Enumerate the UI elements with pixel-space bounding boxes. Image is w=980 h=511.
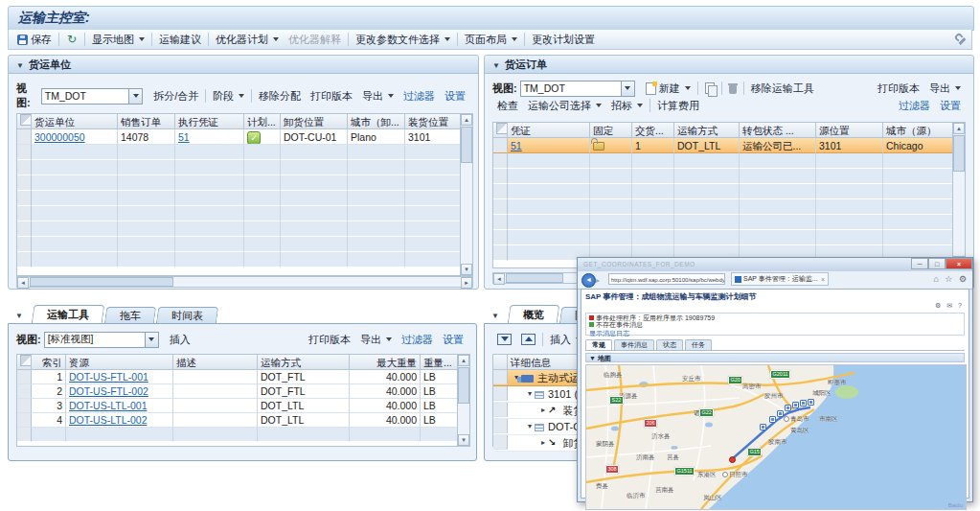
resources-link[interactable]: DOT-US-FTL-002 [69,385,148,397]
resources-row-selector[interactable] [17,399,32,413]
resources-vscrollbar[interactable]: ▴▾ [457,355,469,446]
message-log-link[interactable]: 显示消息日志 [589,329,629,338]
scroll-down-icon[interactable]: ▾ [458,434,469,446]
freight-orders-r2-button-0[interactable]: 检查 [492,97,523,114]
main-toolbar-button-11[interactable]: 更改参数文件选择 [351,31,455,48]
scroll-right-icon[interactable]: ▸ [461,277,472,289]
scroll-up-icon[interactable]: ▴ [458,355,469,366]
freight-units-row-selector[interactable] [17,160,32,175]
personalize-wrench-icon[interactable] [955,34,968,46]
address-bar[interactable]: http://iqtm.wdf.sap.corp:50100/sap/bc/we… [608,273,725,285]
browser-tab[interactable]: SAP 事件管理：运输监... × [731,272,829,286]
freight-units-link[interactable]: 300000050 [34,131,85,143]
main-toolbar-button-8[interactable]: 优化器计划 [211,31,284,48]
resources-table-row[interactable]: 3DOT-US-LTL-001DOT_LTL40.000LB [17,399,469,413]
resources-tab-时间表[interactable]: 时间表 [156,307,219,324]
selectall-corner-icon[interactable] [20,355,32,366]
freight-orders-table-row[interactable]: 511DOT_LTL运输公司已...3101Chicago [493,138,965,153]
freight-units-vscrollbar[interactable]: ▴▾ [460,114,472,275]
main-toolbar-button-6[interactable]: 运输建议 [154,31,206,48]
freight-units-row-selector[interactable] [17,145,32,160]
freight-orders-row-selector[interactable] [493,245,508,261]
selectall-corner-icon[interactable] [20,114,32,126]
resources-right-button-1[interactable]: 导出 [355,331,397,348]
select-dropdown-icon[interactable] [621,81,634,96]
freight-units-right-button-1[interactable]: 导出 [357,87,399,105]
freight-orders-right-button-0[interactable]: 打印版本 [873,80,924,97]
freight-orders-header[interactable]: ▼货运订单 [485,56,973,74]
scroll-down-icon[interactable]: ▾ [461,264,472,275]
overview-icon-button-0[interactable] [492,331,516,348]
resources-view-select[interactable]: [标准视图] [44,332,159,348]
freight-units-row-selector[interactable] [17,206,32,221]
tree-toggle-icon[interactable]: ▾ [525,386,535,402]
resources-right-button-3[interactable]: 设置 [438,331,468,348]
main-toolbar-button-13[interactable]: 页面布局 [460,31,522,48]
select-dropdown-icon[interactable] [145,333,158,347]
freight-units-header[interactable]: ▼货运单位 [9,56,478,74]
panel-collapse-icon[interactable]: ▼ [491,312,499,320]
freight-units-button-2[interactable]: 阶段 [208,87,249,105]
resources-button-0[interactable]: 插入 [165,331,195,348]
freight-orders-row-selector[interactable] [493,199,508,215]
resources-table-row[interactable]: 1DOT-US-FTL-001DOT_FTL40.000LB [17,370,469,384]
freight-units-row-selector[interactable] [17,237,32,252]
main-toolbar-button-0[interactable]: 保存 [12,31,57,48]
freight-orders-row-selector[interactable] [493,230,508,245]
freight-orders-icon-button-2[interactable] [700,80,719,97]
em-page-icons[interactable]: ⚙ ✉ ? [935,302,964,310]
freight-orders-vscrollbar[interactable]: ▴▾ [952,123,965,267]
freight-orders-r2-button-4[interactable]: 计算费用 [652,97,704,114]
freight-orders-r2-right-button-1[interactable]: 设置 [935,97,966,114]
freight-units-vscroll-thumb[interactable] [461,127,472,163]
freight-units-selectall-cell[interactable] [17,114,32,129]
freight-orders-row-selector[interactable] [493,153,508,169]
freight-orders-icon-button-4[interactable] [724,80,741,97]
tree-row-selector[interactable] [493,435,508,450]
resources-table-row[interactable]: 4DOT-US-LTL-002DOT_LTL40.000LB [17,413,469,428]
tree-toggle-icon[interactable]: ▸ [538,403,548,418]
resources-right-button-0[interactable]: 打印版本 [304,331,355,348]
overview-tab-概览[interactable]: 概览 [508,305,560,324]
tree-row-selector[interactable] [493,370,508,384]
freight-units-row-selector[interactable] [17,175,32,191]
freight-orders-row-selector[interactable] [493,138,508,153]
freight-orders-r2-right-button-0[interactable]: 过滤器 [894,97,935,114]
freight-units-row-selector[interactable] [17,129,32,145]
freight-orders-row-selector[interactable] [493,215,508,230]
overview-icon-button-1[interactable] [516,331,540,348]
em-map-header[interactable]: ▼ 地图 [585,353,965,362]
browser-toolbar-icons[interactable]: ⌂ ☆ ⚙ [933,274,969,284]
forward-button[interactable]: ▸ [596,276,600,285]
tree-selectall-cell[interactable] [493,355,508,370]
resources-link[interactable]: DOT-US-LTL-001 [69,400,148,411]
resources-right-button-2[interactable]: 过滤器 [397,331,438,348]
resources-link[interactable]: DOT-US-FTL-001 [69,371,148,383]
resources-row-selector[interactable] [17,384,32,399]
maximize-button[interactable]: □ [928,258,946,269]
freight-units-right-button-2[interactable]: 过滤器 [399,87,440,105]
em-tab-常规[interactable]: 常规 [585,339,612,350]
tree-row-selector[interactable] [493,403,508,417]
resources-vscroll-thumb[interactable] [458,367,469,404]
freight-orders-button-0[interactable]: 新建 [641,80,695,97]
freight-units-hscrollbar[interactable]: ◂▸ [16,276,473,288]
resources-row-selector[interactable] [17,428,32,442]
freight-units-link[interactable]: 51 [178,131,190,143]
freight-units-right-button-3[interactable]: 设置 [440,87,470,105]
tree-row-selector[interactable] [493,386,508,401]
main-toolbar-icon-button-2[interactable]: ↻ [61,31,82,48]
freight-units-button-0[interactable]: 拆分/合并 [148,87,203,105]
scroll-up-icon[interactable]: ▴ [461,114,472,126]
freight-orders-row-selector[interactable] [493,184,508,199]
map-canvas[interactable]: 临朐县安丘市高密市即墨市城阳区胶州市青岛市市南区黄岛区胶南市诸城市沂源县沂水县蒙… [585,364,967,510]
hscroll-thumb[interactable] [30,277,173,287]
select-dropdown-icon[interactable] [128,89,142,104]
freight-orders-r2-button-1[interactable]: 运输公司选择 [523,97,606,114]
freight-units-right-button-0[interactable]: 打印版本 [306,87,357,105]
freight-units-row-selector[interactable] [17,221,32,237]
em-tab-状态[interactable]: 状态 [656,339,683,350]
main-toolbar-button-15[interactable]: 更改计划设置 [527,31,600,48]
freight-orders-button-6[interactable]: 移除运输工具 [746,80,819,97]
freight-orders-link[interactable]: 51 [511,140,522,151]
